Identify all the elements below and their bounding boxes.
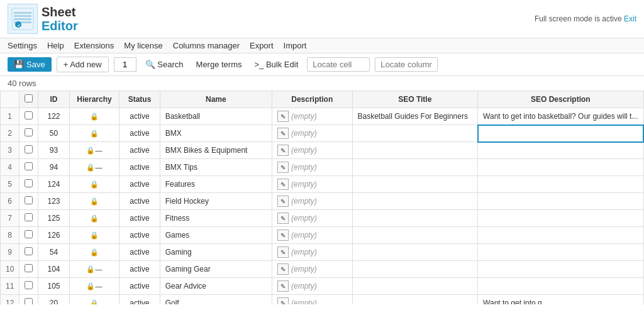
cell-seo-description[interactable] [478, 176, 643, 193]
row-checkbox[interactable] [25, 264, 33, 272]
menu-extensions[interactable]: Extensions [74, 41, 114, 50]
cell-checkbox[interactable] [19, 210, 38, 227]
edit-icon[interactable]: ✎ [277, 246, 289, 258]
edit-icon[interactable]: ✎ [277, 128, 289, 139]
edit-icon[interactable]: ✎ [277, 145, 289, 156]
cell-seo-description[interactable] [478, 210, 643, 227]
edit-icon[interactable]: ✎ [277, 162, 289, 173]
cell-seo-description[interactable] [478, 261, 643, 278]
row-checkbox[interactable] [25, 213, 33, 221]
desc-text: (empty) [291, 146, 317, 155]
row-checkbox[interactable] [25, 298, 33, 304]
cell-description[interactable]: ✎(empty) [272, 159, 352, 176]
svg-rect-1 [14, 12, 31, 14]
row-number-input[interactable] [114, 57, 136, 72]
edit-icon[interactable]: ✎ [277, 213, 289, 224]
row-checkbox[interactable] [25, 281, 33, 289]
cell-checkbox[interactable] [19, 193, 38, 210]
cell-description[interactable]: ✎(empty) [272, 193, 352, 210]
row-checkbox[interactable] [25, 162, 33, 170]
row-checkbox[interactable] [25, 196, 33, 204]
search-button[interactable]: 🔍 Search [142, 57, 187, 72]
cell-hierarchy: 🔒— [69, 261, 119, 278]
cell-seo-title [352, 210, 478, 227]
row-checkbox[interactable] [25, 179, 33, 187]
cell-seo-description[interactable] [478, 227, 643, 244]
menu-my-license[interactable]: My license [124, 41, 162, 50]
edit-icon[interactable]: ✎ [277, 263, 289, 275]
edit-icon[interactable]: ✎ [277, 230, 289, 241]
cell-seo-title [352, 295, 478, 305]
cell-rownum: 1 [1, 108, 19, 125]
cell-checkbox[interactable] [19, 108, 38, 125]
edit-icon[interactable]: ✎ [277, 196, 289, 207]
lock-icon: 🔒 [90, 214, 99, 222]
cell-hierarchy: 🔒 [69, 125, 119, 142]
cell-seo-description[interactable]: Want to get into g... [478, 295, 643, 305]
cell-rownum: 12 [1, 295, 19, 305]
cell-seo-title [352, 193, 478, 210]
add-new-button[interactable]: + Add new [57, 57, 109, 72]
save-button[interactable]: 💾 Save [8, 57, 52, 72]
bulk-edit-button[interactable]: >_ Bulk Edit [251, 57, 303, 72]
cell-checkbox[interactable] [19, 244, 38, 261]
menu-settings[interactable]: Settings [8, 41, 37, 50]
cell-name: Gaming [160, 244, 272, 261]
cell-description[interactable]: ✎(empty) [272, 227, 352, 244]
locate-column-input[interactable] [375, 57, 438, 72]
cell-description[interactable]: ✎(empty) [272, 261, 352, 278]
edit-icon[interactable]: ✎ [277, 280, 289, 292]
locate-cell-input[interactable] [307, 57, 370, 72]
cell-hierarchy: 🔒 [69, 295, 119, 305]
row-checkbox[interactable] [25, 247, 33, 255]
cell-description[interactable]: ✎(empty) [272, 125, 352, 142]
cell-name: Basketball [160, 108, 272, 125]
cell-checkbox[interactable] [19, 227, 38, 244]
cell-checkbox[interactable] [19, 142, 38, 159]
cell-checkbox[interactable] [19, 278, 38, 295]
edit-icon[interactable]: ✎ [277, 179, 289, 190]
lock-icon: 🔒 [90, 113, 99, 120]
cell-checkbox[interactable] [19, 176, 38, 193]
table-row: 8126🔒activeGames✎(empty) [1, 227, 644, 244]
cell-seo-description[interactable] [478, 142, 643, 159]
desc-text: (empty) [291, 299, 317, 305]
cell-description[interactable]: ✎(empty) [272, 142, 352, 159]
menu-export[interactable]: Export [250, 41, 274, 50]
cell-rownum: 4 [1, 159, 19, 176]
cell-description[interactable]: ✎(empty) [272, 244, 352, 261]
data-table: ID Hierarchy Status Name Description SEO… [0, 91, 644, 304]
cell-checkbox[interactable] [19, 295, 38, 305]
cell-description[interactable]: ✎(empty) [272, 295, 352, 305]
cell-status: active [119, 193, 160, 210]
row-checkbox[interactable] [25, 145, 33, 153]
cell-description[interactable]: ✎(empty) [272, 278, 352, 295]
table-container[interactable]: ID Hierarchy Status Name Description SEO… [0, 91, 644, 304]
cell-seo-description[interactable] [478, 278, 643, 295]
row-checkbox[interactable] [25, 230, 33, 238]
cell-seo-description[interactable]: Want to get into basketball? Our guides … [478, 108, 643, 125]
menu-import[interactable]: Import [284, 41, 307, 50]
select-all-checkbox[interactable] [25, 94, 33, 102]
edit-icon[interactable]: ✎ [277, 297, 289, 304]
merge-terms-button[interactable]: Merge terms [192, 57, 246, 72]
cell-checkbox[interactable] [19, 159, 38, 176]
cell-name: Fitness [160, 210, 272, 227]
fullscreen-exit-link[interactable]: Exit [624, 14, 636, 23]
edit-icon[interactable]: ✎ [277, 111, 289, 122]
cell-seo-description[interactable] [478, 244, 643, 261]
cell-description[interactable]: ✎(empty) [272, 176, 352, 193]
cell-checkbox[interactable] [19, 125, 38, 142]
row-checkbox[interactable] [25, 128, 33, 136]
cell-description[interactable]: ✎(empty) [272, 108, 352, 125]
cell-status: active [119, 244, 160, 261]
menu-help[interactable]: Help [47, 41, 64, 50]
row-checkbox[interactable] [25, 111, 33, 119]
cell-id: 93 [38, 142, 69, 159]
cell-checkbox[interactable] [19, 261, 38, 278]
cell-seo-description[interactable] [478, 125, 643, 142]
menu-columns-manager[interactable]: Columns manager [173, 41, 240, 50]
cell-description[interactable]: ✎(empty) [272, 210, 352, 227]
cell-seo-description[interactable] [478, 159, 643, 176]
cell-seo-description[interactable] [478, 193, 643, 210]
